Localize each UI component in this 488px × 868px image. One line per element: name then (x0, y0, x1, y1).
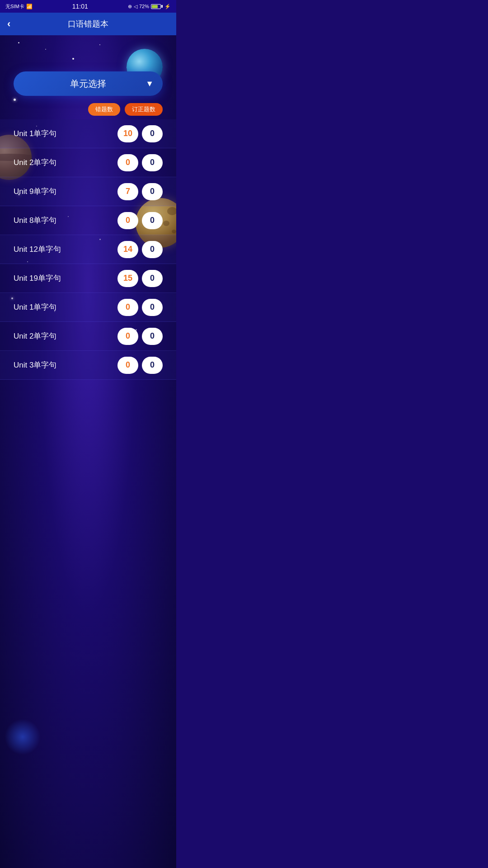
unit-name: Unit 2单字句 (14, 157, 114, 168)
status-bar: 无SIM卡 📶 11:01 ⊕ ◁ 72% ⚡ (0, 0, 176, 13)
chevron-down-icon: ▼ (145, 79, 154, 89)
unit-name: Unit 1单字句 (14, 302, 114, 312)
corrected-count-value: 0 (142, 357, 163, 374)
corrected-count-value: 0 (142, 183, 163, 200)
unit-name: Unit 2单字句 (14, 331, 114, 341)
wifi-icon: 📶 (26, 4, 33, 9)
error-count-value: 0 (117, 154, 138, 171)
error-count-value: 14 (117, 241, 138, 258)
battery-icon (151, 4, 163, 9)
error-count-value: 10 (117, 125, 138, 142)
unit-row[interactable]: Unit 19单字句150 (0, 264, 176, 293)
no-sim-label: 无SIM卡 (5, 3, 24, 10)
unit-row[interactable]: Unit 3单字句00 (0, 351, 176, 380)
corrected-count-value: 0 (142, 241, 163, 258)
unit-row[interactable]: Unit 2单字句00 (0, 148, 176, 177)
unit-row[interactable]: Unit 1单字句00 (0, 293, 176, 322)
status-time: 11:01 (72, 3, 88, 10)
error-count-value: 0 (117, 357, 138, 374)
column-headers: 错题数 订正题数 (0, 103, 176, 116)
navigation-icon: ◁ (134, 4, 137, 9)
location-icon: ⊕ (128, 4, 132, 9)
corrected-count-value: 0 (142, 270, 163, 287)
status-right: ⊕ ◁ 72% ⚡ (128, 4, 171, 9)
error-count-value: 15 (117, 270, 138, 287)
unit-row[interactable]: Unit 9单字句70 (0, 177, 176, 206)
unit-name: Unit 9单字句 (14, 186, 114, 197)
unit-name: Unit 3单字句 (14, 360, 114, 370)
page-title: 口语错题本 (68, 19, 108, 29)
unit-list: Unit 1单字句100Unit 2单字句00Unit 9单字句70Unit 8… (0, 119, 176, 380)
error-count-value: 0 (117, 299, 138, 316)
corrected-count-value: 0 (142, 154, 163, 171)
corrected-count-value: 0 (142, 212, 163, 229)
error-count-header: 错题数 (88, 103, 120, 116)
unit-row[interactable]: Unit 1单字句100 (0, 119, 176, 148)
corrected-count-value: 0 (142, 299, 163, 316)
unit-name: Unit 12单字句 (14, 244, 114, 255)
error-count-value: 7 (117, 183, 138, 200)
back-button[interactable]: ‹ (7, 18, 10, 30)
battery-percent: 72% (139, 4, 149, 9)
unit-name: Unit 8单字句 (14, 215, 114, 226)
app-header: ‹ 口语错题本 (0, 13, 176, 35)
unit-row[interactable]: Unit 12单字句140 (0, 235, 176, 264)
unit-selector-dropdown[interactable]: 单元选择 ▼ (14, 71, 163, 96)
main-content: 单元选择 ▼ 错题数 订正题数 Unit 1单字句100Unit 2单字句00U… (0, 35, 176, 868)
unit-name: Unit 19单字句 (14, 273, 114, 283)
corrected-count-value: 0 (142, 125, 163, 142)
corrected-count-value: 0 (142, 328, 163, 345)
glow-effect (5, 719, 41, 755)
error-count-value: 0 (117, 212, 138, 229)
unit-row[interactable]: Unit 8单字句00 (0, 206, 176, 235)
error-count-value: 0 (117, 328, 138, 345)
status-left: 无SIM卡 📶 (5, 3, 33, 10)
corrected-count-header: 订正题数 (125, 103, 163, 116)
unit-name: Unit 1单字句 (14, 128, 114, 139)
unit-row[interactable]: Unit 2单字句00 (0, 322, 176, 351)
unit-selector-label: 单元选择 (70, 78, 106, 90)
charging-icon: ⚡ (164, 4, 171, 9)
